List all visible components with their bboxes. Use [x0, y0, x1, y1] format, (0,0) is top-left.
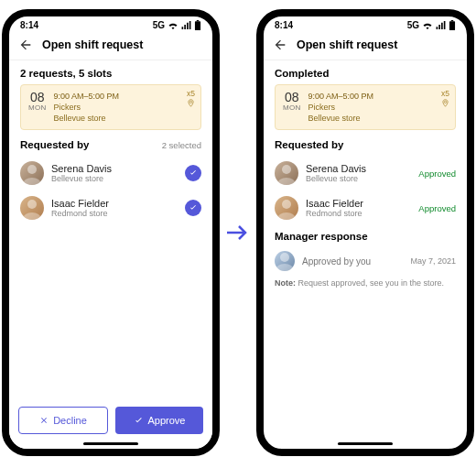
approve-button[interactable]: Approve: [115, 407, 203, 434]
status-indicators: 5G: [407, 20, 456, 30]
location-pin-icon: [187, 99, 195, 107]
home-indicator: [83, 442, 138, 445]
decline-label: Decline: [53, 415, 87, 426]
note-text: Request approved, see you in the store.: [298, 278, 445, 288]
status-network: 5G: [407, 20, 419, 30]
approve-label: Approve: [148, 415, 186, 426]
shift-role: Pickers: [308, 102, 374, 113]
requester-name: Isaac Fielder: [306, 198, 411, 209]
summary-text: Completed: [275, 68, 456, 79]
requester-store: Redmond store: [51, 209, 178, 218]
shift-day-label: MON: [283, 103, 301, 112]
manager-message: Approved by you: [302, 256, 403, 267]
requester-store: Redmond store: [306, 209, 411, 218]
requester-store: Bellevue store: [51, 174, 178, 183]
signal-icon: [436, 21, 446, 29]
shift-day-label: MON: [28, 103, 47, 112]
signal-icon: [181, 21, 191, 29]
manager-date: May 7, 2021: [410, 256, 456, 266]
shift-day-number: 08: [283, 91, 301, 103]
manager-response-row: Approved by you May 7, 2021: [275, 247, 456, 273]
status-bar: 8:14 5G: [9, 16, 212, 32]
svg-rect-2: [449, 21, 455, 30]
shift-day-number: 08: [28, 91, 47, 103]
close-icon: [39, 416, 49, 425]
back-icon[interactable]: [18, 38, 33, 52]
location-pin-icon: [441, 99, 449, 107]
wifi-icon: [422, 21, 433, 29]
avatar: [20, 161, 44, 185]
selected-count: 2 selected: [162, 140, 201, 150]
status-badge: Approved: [418, 203, 456, 213]
svg-rect-1: [197, 20, 199, 21]
status-time: 8:14: [275, 20, 293, 30]
status-indicators: 5G: [153, 20, 201, 30]
manager-note: Note: Request approved, see you in the s…: [275, 278, 456, 288]
back-icon[interactable]: [273, 38, 287, 52]
avatar: [275, 196, 298, 220]
avatar: [20, 196, 44, 220]
shift-time: 9:00 AM–5:00 PM: [54, 91, 120, 102]
requester-row[interactable]: Serena Davis Bellevue store: [20, 156, 201, 190]
svg-rect-0: [195, 21, 200, 30]
requester-store: Bellevue store: [306, 174, 411, 183]
wifi-icon: [168, 21, 178, 29]
requester-name: Isaac Fielder: [51, 198, 178, 209]
shift-card[interactable]: 08 MON 9:00 AM–5:00 PM Pickers Bellevue …: [275, 84, 456, 130]
page-title: Open shift request: [297, 38, 397, 51]
shift-slots: x5: [441, 89, 449, 98]
requester-name: Serena Davis: [306, 163, 411, 174]
page-title: Open shift request: [42, 38, 143, 51]
status-time: 8:14: [20, 20, 38, 30]
shift-time: 9:00 AM–5:00 PM: [308, 91, 374, 102]
status-badge: Approved: [418, 169, 456, 179]
status-bar: 8:14 5G: [264, 16, 467, 32]
avatar: [275, 161, 298, 185]
requested-by-label: Requested by: [275, 139, 343, 150]
summary-text: 2 requests, 5 slots: [20, 68, 201, 79]
requested-by-label: Requested by: [20, 139, 89, 150]
phone-before: 8:14 5G Open shift request 2 requests, 5…: [2, 9, 220, 456]
shift-card[interactable]: 08 MON 9:00 AM–5:00 PM Pickers Bellevue …: [20, 84, 201, 130]
action-bar: Decline Approve: [9, 399, 212, 449]
shift-store: Bellevue store: [308, 113, 374, 124]
selected-check-icon[interactable]: [185, 200, 201, 216]
manager-response-label: Manager response: [275, 231, 368, 242]
shift-role: Pickers: [54, 102, 120, 113]
selected-check-icon[interactable]: [185, 165, 201, 181]
app-bar: Open shift request: [264, 32, 467, 60]
transition-arrow-icon: [227, 223, 249, 242]
battery-icon: [194, 20, 201, 30]
battery-icon: [449, 20, 456, 30]
shift-slots: x5: [187, 89, 195, 98]
requester-row: Serena Davis Bellevue store Approved: [275, 156, 456, 190]
check-icon: [134, 416, 144, 426]
requester-row[interactable]: Isaac Fielder Redmond store: [20, 190, 201, 225]
phone-after: 8:14 5G Open shift request Completed 08 …: [256, 9, 474, 456]
shift-store: Bellevue store: [54, 113, 120, 124]
svg-rect-3: [451, 20, 453, 21]
requester-name: Serena Davis: [51, 163, 178, 174]
decline-button[interactable]: Decline: [18, 407, 108, 434]
note-label: Note:: [275, 278, 296, 288]
status-network: 5G: [153, 20, 165, 30]
home-indicator: [338, 442, 393, 445]
requester-row: Isaac Fielder Redmond store Approved: [275, 190, 456, 225]
app-bar: Open shift request: [9, 32, 212, 60]
avatar: [275, 251, 295, 271]
